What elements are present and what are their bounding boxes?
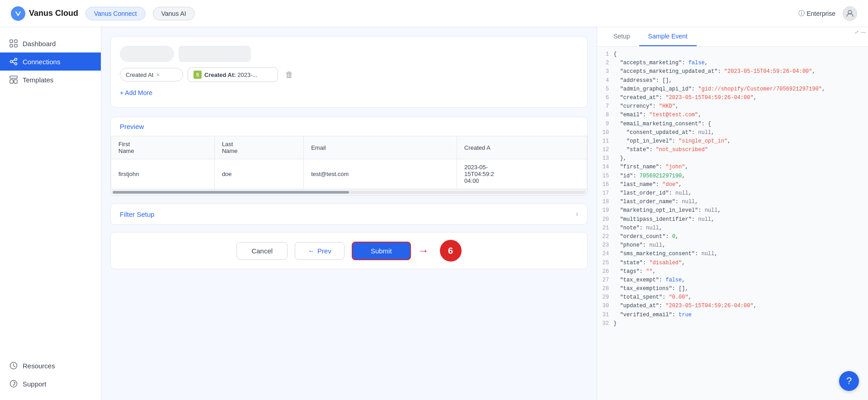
cell-first-name: firstjohn [111, 159, 215, 189]
templates-icon [9, 75, 18, 84]
action-bar: Cancel ← Prev Submit → 6 [110, 232, 588, 269]
json-line: 14 "first_name": "john", [597, 163, 868, 171]
main-layout: Dashboard Connections [0, 27, 868, 400]
table-scrollbar[interactable] [111, 189, 587, 195]
scrollbar-track [113, 191, 585, 194]
app-logo: Vanus Cloud [11, 6, 78, 21]
svg-rect-3 [14, 40, 17, 43]
svg-line-10 [13, 62, 15, 63]
vanus-connect-nav[interactable]: Vanus Connect [85, 7, 146, 20]
col-last-name: LastName [214, 136, 303, 159]
svg-point-15 [10, 381, 17, 387]
json-line: 10 "consent_updated_at": null, [597, 129, 868, 137]
sidebar-item-dashboard[interactable]: Dashboard [0, 34, 101, 52]
tab-sample-event[interactable]: Sample Event [639, 27, 697, 46]
json-line: 22 "orders_count": 0, [597, 233, 868, 241]
json-line: 13 }, [597, 154, 868, 163]
connections-icon [9, 57, 18, 66]
submit-arrow-icon: → [418, 244, 429, 257]
json-line: 29 "total_spent": "0.00", [597, 293, 868, 302]
panel-controls: ⤢ — [854, 29, 866, 35]
json-line: 26 "tags": "", [597, 267, 868, 276]
dashboard-icon [9, 39, 18, 48]
created-at-delete-btn[interactable]: 🗑 [283, 69, 296, 81]
json-line: 3 "accepts_marketing_updated_at": "2023-… [597, 67, 868, 76]
json-line: 25 "state": "disabled", [597, 259, 868, 267]
panel-expand-btn[interactable]: ⤢ [854, 29, 859, 35]
created-at-close-btn[interactable]: × [156, 71, 160, 78]
json-line: 32 } [597, 319, 868, 328]
json-line: 21 "note": null, [597, 224, 868, 233]
logo-icon [11, 6, 25, 21]
svg-point-0 [14, 10, 22, 18]
table-scroll-wrapper[interactable]: FirstName LastName Email Created A first… [111, 136, 587, 189]
json-line: 7 "currency": "HKD", [597, 102, 868, 111]
json-line: 9 "email_marketing_consent": { [597, 120, 868, 129]
cancel-button[interactable]: Cancel [236, 242, 288, 260]
sidebar-dashboard-label: Dashboard [23, 40, 56, 48]
json-line: 1 { [597, 50, 868, 59]
json-line: 28 "tax_exemptions": [], [597, 285, 868, 293]
json-line: 4 "addresses": [], [597, 76, 868, 85]
shopify-icon: S [193, 71, 202, 79]
sidebar-item-connections[interactable]: Connections [0, 52, 101, 71]
json-line: 11 "opt_in_level": "single_opt_in", [597, 137, 868, 146]
svg-rect-12 [10, 80, 13, 83]
enterprise-button[interactable]: ⓘ Enterprise [798, 10, 835, 18]
json-content[interactable]: 1 { 2 "accepts_marketing": false, 3 "acc… [597, 47, 868, 400]
prev-button[interactable]: ← Prev [295, 242, 344, 260]
main-panel: Created At × S Created At: 2023-... 🗑 + … [101, 27, 597, 400]
json-line: 31 "verified_email": true [597, 311, 868, 319]
filter-setup-label: Filter Setup [120, 210, 155, 218]
sidebar-resources-label: Resources [23, 362, 55, 370]
svg-point-6 [10, 61, 13, 63]
svg-rect-11 [10, 76, 17, 78]
info-icon: ⓘ [798, 10, 805, 18]
support-icon [9, 379, 18, 388]
partial-top-row [120, 46, 578, 62]
scrollbar-thumb [113, 191, 349, 194]
preview-header: Preview [111, 117, 587, 136]
json-line: 17 "last_order_id": null, [597, 189, 868, 198]
created-at-value-text: Created At: 2023-... [204, 71, 257, 78]
submit-button[interactable]: Submit [352, 242, 411, 260]
preview-section: Preview FirstName LastName Email Created… [110, 117, 588, 196]
add-more-button[interactable]: + Add More [120, 87, 152, 98]
json-line: 20 "multipass_identifier": null, [597, 215, 868, 224]
sidebar-item-templates[interactable]: Templates [0, 71, 101, 89]
svg-rect-4 [10, 44, 13, 47]
filter-setup-row[interactable]: Filter Setup › [110, 203, 588, 225]
svg-point-7 [15, 58, 17, 61]
created-at-label: Created At [126, 71, 153, 78]
sidebar-item-resources[interactable]: Resources [0, 357, 101, 375]
help-button[interactable]: ? [839, 371, 859, 391]
panel-collapse-btn[interactable]: — [861, 29, 866, 35]
json-line: 19 "marketing_opt_in_level": null, [597, 206, 868, 215]
created-at-row: Created At × S Created At: 2023-... 🗑 [120, 67, 578, 82]
json-line: 27 "tax_exempt": false, [597, 276, 868, 285]
json-line: 15 "id": 7056921297190, [597, 172, 868, 181]
sidebar-support-label: Support [23, 380, 47, 388]
created-at-value[interactable]: S Created At: 2023-... [188, 67, 278, 82]
json-line: 23 "phone": null, [597, 241, 868, 250]
resources-icon [9, 361, 18, 370]
form-section: Created At × S Created At: 2023-... 🗑 + … [110, 36, 588, 108]
col-first-name: FirstName [111, 136, 215, 159]
cell-last-name: doe [214, 159, 303, 189]
top-nav: Vanus Cloud Vanus Connect Vanus AI ⓘ Ent… [0, 0, 868, 27]
svg-rect-2 [10, 40, 13, 43]
sidebar-bottom: Resources Support [0, 357, 101, 393]
json-line: 5 "admin_graphql_api_id": "gid://shopify… [597, 85, 868, 94]
json-line: 2 "accepts_marketing": false, [597, 59, 868, 67]
vanus-ai-nav[interactable]: Vanus AI [153, 7, 195, 20]
filter-chevron-icon: › [576, 210, 578, 218]
user-avatar[interactable] [843, 6, 857, 21]
svg-point-8 [15, 63, 17, 65]
sidebar: Dashboard Connections [0, 27, 101, 400]
created-at-field-tag: Created At × [120, 68, 183, 81]
col-email: Email [304, 136, 457, 159]
nav-right: ⓘ Enterprise [798, 6, 857, 21]
json-panel: ⤢ — Setup Sample Event 1 { 2 "accepts_ma… [597, 27, 868, 400]
sidebar-item-support[interactable]: Support [0, 375, 101, 393]
tab-setup[interactable]: Setup [604, 27, 639, 46]
